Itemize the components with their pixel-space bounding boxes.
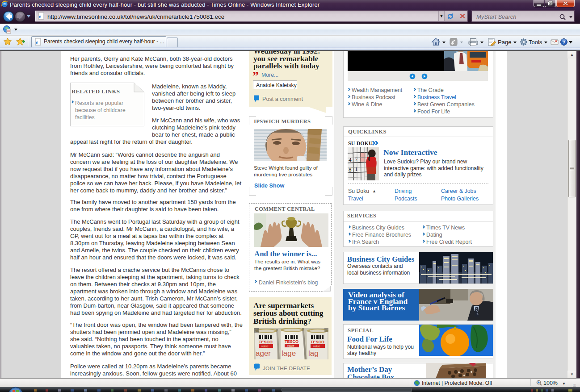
svg-text:7: 7	[355, 156, 358, 163]
svg-text:value: value	[261, 345, 269, 348]
svg-text:value: value	[287, 344, 294, 347]
svg-text:lage: lage	[282, 349, 296, 358]
svg-text:4: 4	[349, 156, 352, 163]
svg-text:1: 1	[355, 166, 358, 172]
svg-text:TESCO: TESCO	[285, 339, 298, 344]
svg-text:TESCO: TESCO	[311, 340, 324, 344]
svg-text:e: e	[39, 13, 41, 19]
svg-text:ager: ager	[256, 349, 271, 358]
svg-text:8: 8	[349, 166, 352, 173]
svg-text:value: value	[313, 345, 320, 348]
svg-text:e: e	[36, 39, 38, 45]
svg-text:?: ?	[563, 40, 566, 45]
svg-text:TESCO: TESCO	[259, 340, 273, 344]
svg-text:Page: Page	[498, 39, 511, 46]
svg-text:Tools: Tools	[529, 39, 542, 46]
svg-text:lag: lag	[308, 349, 319, 358]
